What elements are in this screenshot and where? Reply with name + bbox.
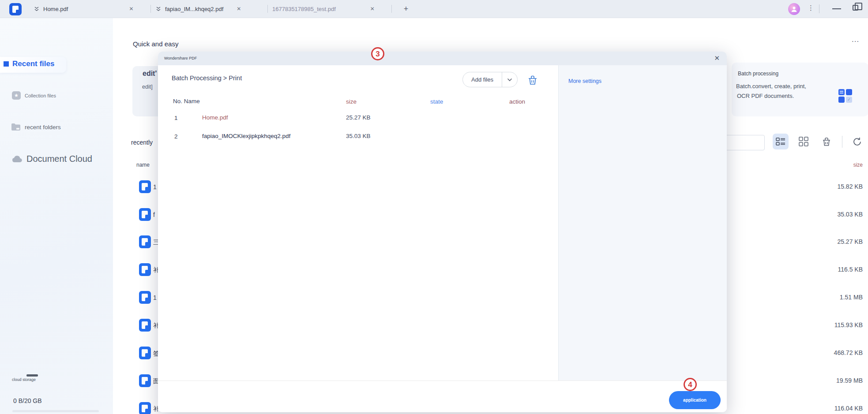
dialog-settings-panel (558, 65, 727, 380)
batch-print-dialog: Wondershare PDF ✕ Batch Processing > Pri… (158, 52, 727, 412)
restore-button[interactable] (853, 5, 858, 11)
pdf-file-icon (139, 402, 151, 414)
storage-progress-bar (12, 410, 99, 412)
refresh-button[interactable] (849, 134, 865, 149)
tab-divider (267, 5, 268, 13)
refresh-icon (852, 137, 862, 147)
app-logo-icon[interactable] (9, 3, 22, 15)
cloud-icon (12, 155, 23, 163)
edit-card-subtitle: edit] (142, 84, 153, 90)
chevron-down-icon (507, 78, 512, 82)
batch-card-description-line2: OCR PDF documents. (737, 93, 794, 99)
trash-icon (527, 75, 538, 86)
column-action: action (509, 98, 525, 105)
sidebar-item-label: Recent files (12, 60, 54, 68)
breadcrumb: Batch Processing > Print (172, 75, 242, 82)
annotation-badge-4: 4 (684, 378, 697, 391)
file-size: 25.27 KB (810, 238, 863, 245)
apply-button[interactable]: application (669, 391, 721, 409)
row-size: 25.27 KB (346, 114, 371, 121)
pdf-file-icon (139, 319, 151, 332)
recently-heading: recently (131, 139, 153, 146)
quick-and-easy-heading: Quick and easy (133, 40, 178, 48)
tab-close-icon[interactable]: ✕ (237, 6, 241, 12)
tab-divider (391, 5, 392, 13)
minimize-button[interactable] (832, 8, 841, 9)
chevron-double-down-icon (34, 6, 40, 12)
chevron-double-down-icon (155, 6, 162, 12)
tab-fapiao-pdf[interactable]: fapiao_IM...khqeq2.pdf ✕ (155, 0, 241, 18)
list-view-button[interactable] (773, 134, 789, 149)
batch-processing-card[interactable]: Batch processing Batch.convert, create, … (732, 63, 868, 116)
pdf-file-icon (139, 235, 151, 248)
file-size: 15.82 KB (810, 183, 863, 190)
trash-icon (821, 137, 832, 147)
sidebar-item-label: Document Cloud (26, 154, 92, 164)
more-options-icon[interactable]: ... (852, 35, 859, 44)
file-size: 116.5 KB (810, 266, 863, 273)
pdf-file-icon (139, 291, 151, 304)
batch-card-description-line1: Batch.convert, create, print, (736, 83, 806, 90)
pdf-file-icon (139, 374, 151, 387)
app-window: Home.pdf ✕ fapiao_IM...khqeq2.pdf ✕ 1677… (0, 0, 868, 414)
file-size: 35.03 KB (810, 211, 863, 218)
batch-card-title: Batch processing (738, 71, 778, 77)
row-filename[interactable]: Home.pdf (202, 114, 228, 121)
sidebar-item-recent-files[interactable]: Recent files (4, 60, 54, 68)
person-icon (790, 5, 798, 13)
row-number: 2 (174, 133, 178, 140)
grid-view-button[interactable] (796, 134, 812, 149)
dialog-close-icon[interactable]: ✕ (714, 54, 720, 62)
list-view-icon (776, 137, 785, 146)
tab-label: Home.pdf (43, 6, 68, 12)
cloud-storage-label: cloud storage (12, 377, 36, 382)
tab-close-icon[interactable]: ✕ (370, 6, 375, 12)
dialog-delete-button[interactable] (527, 75, 538, 86)
tab-home-pdf[interactable]: Home.pdf ✕ (34, 0, 133, 18)
pdf-file-icon (139, 180, 151, 193)
sidebar-item-collection-files[interactable]: ★ Collection files (12, 91, 56, 100)
tab-label: fapiao_IM...khqeq2.pdf (165, 6, 223, 12)
cloud-storage-logo (26, 374, 38, 377)
tab-bar: Home.pdf ✕ fapiao_IM...khqeq2.pdf ✕ 1677… (0, 0, 868, 18)
column-size: size (346, 98, 357, 105)
toolbar-divider (842, 136, 842, 148)
menu-kebab-icon[interactable]: ⋮ (808, 4, 814, 12)
row-number: 1 (174, 115, 178, 121)
sidebar-item-recent-folders[interactable]: recent folders (11, 123, 61, 131)
row-size: 35.03 KB (346, 133, 371, 139)
file-size: 19.59 MB (810, 377, 863, 384)
folder-icon (11, 123, 21, 131)
annotation-badge-3: 3 (371, 47, 384, 60)
file-size: 468.72 KB (810, 349, 863, 356)
tab-divider (150, 5, 151, 13)
add-files-dropdown[interactable] (502, 78, 517, 82)
file-size: 1.51 MB (810, 294, 863, 301)
window-controls-divider (819, 4, 819, 13)
dialog-titlebar[interactable]: Wondershare PDF ✕ (158, 52, 727, 65)
row-filename[interactable]: fapiao_IMOCKlexjipkpkhqeq2.pdf (202, 133, 290, 139)
new-tab-button[interactable]: + (402, 4, 410, 13)
file-list-name-header[interactable]: name (136, 162, 150, 168)
dialog-footer (158, 380, 727, 412)
more-settings-link[interactable]: More settings (568, 78, 601, 84)
sidebar-item-label: recent folders (25, 124, 61, 131)
add-files-button[interactable]: Add files (462, 72, 518, 87)
star-icon: ★ (12, 91, 21, 100)
file-size: 116.04 KB (810, 405, 863, 412)
file-list-size-header[interactable]: size (819, 162, 863, 168)
storage-usage: 0 B/20 GB (13, 397, 42, 404)
dialog-title: Wondershare PDF (164, 56, 197, 60)
batch-processing-icon: ✓ (838, 89, 853, 103)
pdf-file-icon (139, 263, 151, 276)
grid-view-icon (799, 137, 808, 146)
pdf-file-icon (139, 347, 151, 359)
blue-square-icon (4, 61, 9, 67)
delete-files-button[interactable] (819, 134, 834, 149)
user-avatar[interactable] (788, 3, 800, 15)
sidebar: Recent files ★ Collection files recent f… (0, 18, 113, 414)
sidebar-item-document-cloud[interactable]: Document Cloud (12, 154, 92, 164)
add-files-label: Add files (463, 76, 502, 83)
tab-close-icon[interactable]: ✕ (129, 6, 133, 12)
tab-test-pdf[interactable]: 1677835178985_test.pdf ✕ (272, 0, 375, 18)
